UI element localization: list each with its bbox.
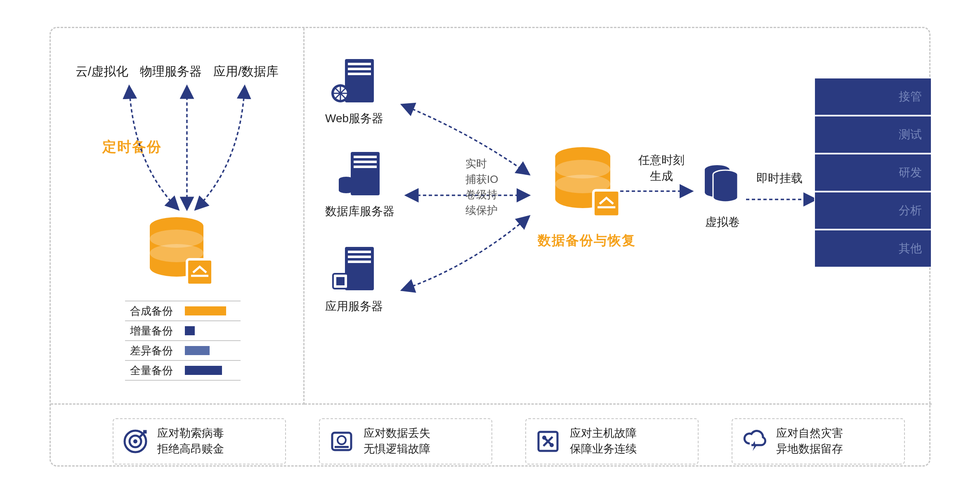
server-icon <box>336 150 384 199</box>
source-app-db: 应用/数据库 <box>213 63 279 80</box>
svg-rect-4 <box>345 59 374 102</box>
target-icon <box>123 429 148 454</box>
feature-ransomware: 应对勒索病毒拒绝高昂赎金 <box>113 418 286 465</box>
volume-icon <box>703 162 742 208</box>
fanout-arrows <box>117 82 257 214</box>
target-analysis: 分析 <box>814 192 932 230</box>
cdp-section: Web服务器 数据库服务器 应用服务器 实时 <box>305 28 932 405</box>
server-icon <box>331 57 378 107</box>
svg-rect-15 <box>345 247 374 290</box>
legend-row-full: 全量备份 <box>125 361 241 381</box>
app-server: 应用服务器 <box>325 245 383 314</box>
svg-rect-11 <box>354 156 377 158</box>
legend-bar <box>185 306 226 315</box>
hdd-icon <box>329 429 354 454</box>
legend-row-synthetic: 合成备份 <box>125 301 241 321</box>
svg-rect-5 <box>348 63 371 65</box>
backup-type-legend: 合成备份 增量备份 差异备份 全量备份 <box>125 301 241 381</box>
legend-row-differential: 差异备份 <box>125 341 241 361</box>
diagram-frame: 云/虚拟化 物理服务器 应用/数据库 定时备份 合成备份 增量备份 差异备份 全… <box>50 27 930 467</box>
instant-mount-text: 即时挂载 <box>756 171 803 186</box>
cloud-lightning-icon <box>741 429 767 454</box>
legend-bar <box>185 326 195 335</box>
target-dev: 研发 <box>814 154 932 192</box>
feature-data-loss: 应对数据丢失无惧逻辑故障 <box>319 418 492 465</box>
server-icon <box>331 245 378 294</box>
web-server: Web服务器 <box>325 57 383 126</box>
backup-database-icon <box>549 144 625 224</box>
source-physical: 物理服务器 <box>140 63 202 80</box>
tools-icon <box>535 429 561 454</box>
backup-database-icon <box>144 214 218 292</box>
svg-rect-20 <box>336 277 345 285</box>
svg-rect-18 <box>348 261 371 263</box>
virtual-volume: 虚拟卷 <box>703 162 742 230</box>
anytime-generate-text: 任意时刻生成 <box>637 152 686 184</box>
svg-rect-17 <box>348 256 371 258</box>
legend-bar <box>185 346 210 355</box>
svg-rect-12 <box>354 161 377 163</box>
svg-rect-32 <box>335 446 349 448</box>
feature-host-failure: 应对主机故障保障业务连续 <box>525 418 699 465</box>
target-takeover: 接管 <box>814 78 932 116</box>
legend-row-incremental: 增量备份 <box>125 321 241 341</box>
svg-rect-10 <box>351 152 380 195</box>
svg-rect-13 <box>354 166 377 168</box>
legend-bar <box>185 366 222 375</box>
svg-rect-3 <box>187 259 213 285</box>
arrow-to-targets <box>744 191 820 208</box>
svg-point-29 <box>133 439 137 443</box>
target-grid: 接管 测试 研发 分析 其他 <box>814 78 932 268</box>
cdp-description: 实时 捕获IO 卷级持 续保护 <box>465 156 519 218</box>
target-test: 测试 <box>814 116 932 154</box>
arrow-to-volume <box>618 183 697 199</box>
svg-point-35 <box>550 443 554 447</box>
source-cloud: 云/虚拟化 <box>76 63 128 80</box>
svg-point-34 <box>542 436 546 440</box>
svg-point-31 <box>338 436 346 444</box>
db-server: 数据库服务器 <box>325 150 394 219</box>
svg-rect-16 <box>348 251 371 253</box>
target-other: 其他 <box>814 230 932 268</box>
svg-rect-24 <box>593 190 619 217</box>
svg-rect-7 <box>348 73 371 75</box>
source-labels: 云/虚拟化 物理服务器 应用/数据库 <box>51 63 303 80</box>
svg-rect-6 <box>348 68 371 70</box>
feature-natural-disaster: 应对自然灾害异地数据留存 <box>732 418 905 465</box>
scheduled-backup-section: 云/虚拟化 物理服务器 应用/数据库 定时备份 合成备份 增量备份 差异备份 全… <box>51 28 305 405</box>
